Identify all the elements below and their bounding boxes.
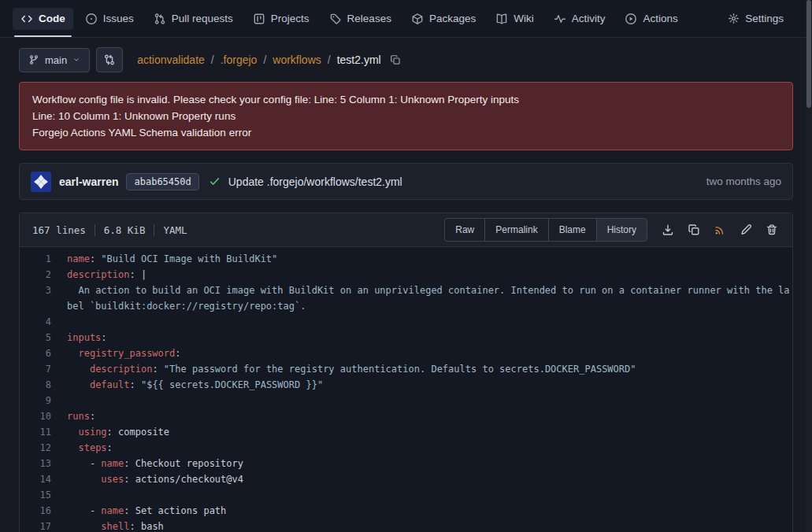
rss-icon[interactable]: [714, 224, 726, 236]
file-view-buttons: RawPermalinkBlameHistory: [444, 218, 647, 242]
code-content: [51, 487, 792, 503]
line-number[interactable]: 8: [20, 377, 51, 393]
tab-packages[interactable]: Packages: [403, 8, 484, 30]
code-lines: 1name: "Build OCI Image with BuildKit"2d…: [20, 251, 792, 532]
line-number[interactable]: 11: [20, 424, 51, 440]
line-number[interactable]: 6: [20, 345, 51, 361]
compare-button[interactable]: [96, 47, 123, 72]
file-toolbar: main actionvalidate / .forgejo / workflo…: [19, 47, 793, 72]
code-content: shell: bash: [51, 519, 792, 532]
branch-selector[interactable]: main: [19, 48, 90, 72]
tab-actions[interactable]: Actions: [617, 8, 685, 30]
project-icon: [253, 13, 265, 25]
line-number[interactable]: 9: [20, 393, 51, 408]
tab-releases[interactable]: Releases: [321, 8, 399, 30]
code-line: 12 steps:: [20, 440, 792, 456]
tab-wiki[interactable]: Wiki: [488, 8, 542, 30]
branch-icon: [28, 54, 39, 65]
code-icon: [20, 13, 33, 25]
code-content: name: "Build OCI Image with BuildKit": [51, 251, 792, 267]
code-content: inputs:: [51, 330, 792, 345]
code-content: runs:: [51, 408, 792, 424]
pull-request-icon: [154, 13, 166, 25]
line-number[interactable]: 15: [20, 487, 51, 503]
package-icon: [411, 13, 424, 25]
book-icon: [495, 13, 508, 25]
commit-hash-badge[interactable]: abab65450d: [126, 173, 198, 190]
commit-message[interactable]: Update .forgejo/workflows/test2.yml: [228, 175, 402, 188]
code-content: - name: Checkout repository: [51, 456, 792, 471]
file-view: 167 lines 6.8 KiB YAML RawPermalinkBlame…: [19, 212, 793, 532]
line-number[interactable]: 2: [20, 267, 51, 283]
tab-code[interactable]: Code: [13, 8, 73, 30]
code-line: 2description: |: [20, 267, 792, 283]
breadcrumb-separator: /: [211, 54, 214, 66]
branch-name: main: [45, 54, 67, 66]
permalink-button[interactable]: Permalink: [484, 218, 548, 242]
line-number[interactable]: 10: [20, 408, 51, 424]
line-number[interactable]: 4: [20, 314, 51, 330]
code-content: - name: Set actions path: [51, 503, 792, 519]
error-line: Forgejo Actions YAML Schema validation e…: [32, 124, 780, 141]
tab-activity[interactable]: Activity: [546, 8, 614, 30]
history-button[interactable]: History: [596, 218, 647, 242]
code-line: 14 uses: actions/checkout@v4: [20, 471, 792, 487]
tab-projects[interactable]: Projects: [245, 8, 317, 30]
line-number[interactable]: 16: [20, 503, 51, 519]
tab-issues[interactable]: Issues: [77, 8, 142, 30]
file-size: 6.8 KiB: [104, 224, 146, 236]
tab-label: Issues: [103, 13, 134, 24]
line-number[interactable]: 13: [20, 456, 51, 471]
line-number[interactable]: 3: [20, 283, 51, 314]
avatar-image: [31, 172, 51, 192]
avatar[interactable]: [31, 172, 51, 192]
line-number[interactable]: 12: [20, 440, 51, 456]
tab-pull-requests[interactable]: Pull requests: [146, 8, 241, 30]
copy-icon[interactable]: [688, 224, 700, 236]
commit-time: two months ago: [706, 175, 781, 187]
code-line: 8 default: "${{ secrets.DOCKER_PASSWORD …: [20, 377, 792, 393]
tab-label: Projects: [271, 13, 310, 24]
repo-nav-tabs: CodeIssuesPull requestsProjectsReleasesP…: [13, 8, 792, 30]
tab-label: Code: [39, 13, 65, 24]
error-banner: Workflow config file is invalid. Please …: [19, 82, 793, 150]
blame-button[interactable]: Blame: [548, 218, 597, 242]
error-line: Line: 10 Column 1: Unknown Property runs: [32, 108, 780, 124]
divider: [95, 224, 95, 236]
commit-status-check-icon[interactable]: [209, 175, 221, 187]
tab-settings[interactable]: Settings: [720, 8, 792, 29]
code-content: description: |: [51, 267, 792, 283]
line-number[interactable]: 7: [20, 361, 51, 377]
breadcrumb-dir2-link[interactable]: workflows: [273, 54, 321, 66]
code-content: An action to build an OCI image with Bui…: [51, 283, 792, 314]
page-scrollbar-thumb[interactable]: [806, 0, 811, 108]
code-line: 3 An action to build an OCI image with B…: [20, 283, 792, 314]
tab-label: Activity: [572, 13, 606, 24]
download-icon[interactable]: [662, 224, 674, 236]
code-line: 9: [20, 393, 792, 408]
breadcrumb-dir1-link[interactable]: .forgejo: [221, 54, 258, 66]
trash-icon[interactable]: [766, 224, 778, 236]
copy-path-icon[interactable]: [390, 54, 401, 65]
tab-label: Packages: [429, 13, 476, 24]
commit-author[interactable]: earl-warren: [59, 175, 118, 188]
breadcrumb-repo-link[interactable]: actionvalidate: [137, 54, 205, 66]
line-number[interactable]: 5: [20, 330, 51, 345]
file-language: YAML: [163, 224, 187, 236]
page-scrollbar[interactable]: [806, 0, 812, 532]
code-line: 7 description: "The password for the reg…: [20, 361, 792, 377]
raw-button[interactable]: Raw: [444, 218, 485, 242]
edit-icon[interactable]: [740, 224, 752, 236]
code-line: 6 registry_password:: [20, 345, 792, 361]
line-number[interactable]: 17: [20, 519, 51, 532]
error-line: Workflow config file is invalid. Please …: [32, 91, 780, 108]
tag-icon: [329, 13, 342, 25]
repo-nav: CodeIssuesPull requestsProjectsReleasesP…: [0, 0, 812, 38]
line-number[interactable]: 14: [20, 471, 51, 487]
line-number[interactable]: 1: [20, 251, 51, 267]
gear-icon: [728, 13, 740, 24]
code-content: uses: actions/checkout@v4: [51, 471, 792, 487]
code-line: 10runs:: [20, 408, 792, 424]
breadcrumb-separator: /: [328, 54, 331, 66]
commit-bar: earl-warren abab65450d Update .forgejo/w…: [19, 163, 793, 200]
